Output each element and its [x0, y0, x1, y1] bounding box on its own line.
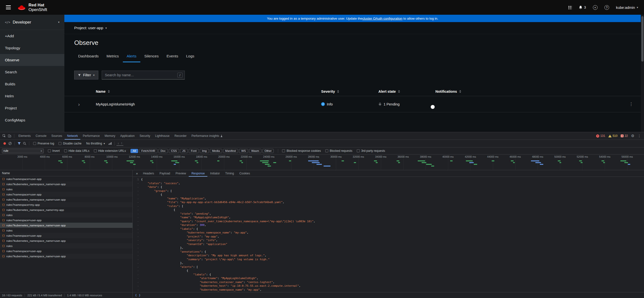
- devtools-tab-console[interactable]: Console: [33, 132, 49, 140]
- hide-extension-urls-checkbox[interactable]: Hide extension URLs: [94, 149, 126, 152]
- user-menu[interactable]: kube:admin ▾: [616, 5, 638, 9]
- tab-logs[interactable]: Logs: [182, 51, 198, 62]
- filter-type-ws[interactable]: WS: [239, 149, 248, 153]
- devtools-tab-performance[interactable]: Performance: [80, 132, 102, 140]
- filter-type-css[interactable]: CSS: [169, 149, 179, 153]
- record-network-log-button[interactable]: [4, 142, 6, 145]
- filter-type-font[interactable]: Font: [189, 149, 199, 153]
- request-row[interactable]: {}rules: [0, 243, 132, 248]
- devtools-tab-elements[interactable]: Elements: [16, 132, 33, 140]
- devtools-menu-icon[interactable]: ⋮: [638, 134, 641, 138]
- page-scrollbar[interactable]: [641, 15, 644, 132]
- sidebar-item-observe[interactable]: Observe: [0, 54, 64, 66]
- devtools-tab-application[interactable]: Application: [118, 132, 137, 140]
- request-row[interactable]: {}rules: [0, 212, 132, 218]
- quick-create-icon[interactable]: +: [593, 5, 598, 10]
- request-row[interactable]: {}rules?namespace=user-app: [0, 233, 132, 238]
- disable-cache-checkbox[interactable]: Disable cache: [58, 142, 81, 145]
- request-row[interactable]: {}rules?kubernetes_namespace_name=user-a…: [0, 238, 132, 243]
- network-overview-timeline[interactable]: 2000 ms4000 ms6000 ms8000 ms10000 ms1200…: [0, 154, 644, 170]
- request-row[interactable]: {}rules?kubernetes_namespace_name=my-app: [0, 207, 132, 212]
- console-warning-badge[interactable]: 510: [608, 134, 618, 138]
- blocked-cookies-checkbox[interactable]: Blocked response cookies: [282, 149, 321, 152]
- network-search-icon[interactable]: [22, 141, 27, 146]
- response-tab-cookies[interactable]: Cookies: [236, 170, 252, 177]
- invert-checkbox[interactable]: Invert: [48, 149, 60, 152]
- tab-metrics[interactable]: Metrics: [103, 51, 123, 62]
- network-filter-input[interactable]: rule ×: [2, 149, 44, 153]
- tab-events[interactable]: Events: [163, 51, 182, 62]
- sort-icon[interactable]: [337, 90, 339, 93]
- kebab-menu-button[interactable]: ⋮: [629, 102, 633, 106]
- filter-type-other[interactable]: Other: [262, 149, 274, 153]
- third-party-checkbox[interactable]: 3rd-party requests: [357, 149, 385, 152]
- brand-logo[interactable]: Red Hat OpenShift: [17, 3, 47, 12]
- request-row[interactable]: {}rules?namespace=user-app: [0, 176, 132, 181]
- throttling-select[interactable]: No throttling ▾: [86, 142, 105, 145]
- filter-type-doc[interactable]: Doc: [158, 149, 168, 153]
- devtools-tab-network[interactable]: Network: [64, 132, 80, 140]
- import-har-icon[interactable]: ↓: [116, 142, 120, 146]
- request-row[interactable]: {}rules: [0, 187, 132, 192]
- scrollbar-thumb[interactable]: [641, 16, 644, 62]
- clear-filter-icon[interactable]: ×: [40, 149, 42, 152]
- filter-type-js[interactable]: JS: [180, 149, 188, 153]
- sidebar-item-add[interactable]: +Add: [0, 30, 64, 42]
- filter-type-manifest[interactable]: Manifest: [223, 149, 238, 153]
- devtools-tab-memory[interactable]: Memory: [102, 132, 118, 140]
- response-tab-payload[interactable]: Payload: [157, 170, 173, 177]
- filter-type-img[interactable]: Img: [200, 149, 209, 153]
- expand-row-button[interactable]: ›: [78, 102, 80, 107]
- help-icon[interactable]: ?: [604, 5, 609, 10]
- blocked-requests-checkbox[interactable]: Blocked requests: [325, 149, 352, 152]
- sidebar-item-helm[interactable]: Helm: [0, 90, 64, 102]
- nav-toggle-button[interactable]: [6, 5, 11, 9]
- filter-type-media[interactable]: Media: [210, 149, 222, 153]
- request-row[interactable]: {}rules?namespace=my-app: [0, 202, 132, 207]
- devtools-tab-sources[interactable]: Sources: [49, 132, 64, 140]
- request-row[interactable]: {}rules?kubernetes_namespace_name=user-a…: [0, 197, 132, 202]
- request-row[interactable]: {}rules: [0, 228, 132, 233]
- filter-type-fetch-xhr[interactable]: Fetch/XHR: [139, 149, 157, 153]
- sidebar-item-configmaps[interactable]: ConfigMaps: [0, 114, 64, 126]
- filter-toggle-icon[interactable]: [16, 141, 22, 146]
- network-conditions-icon[interactable]: [107, 141, 113, 146]
- response-tab-headers[interactable]: Headers: [140, 170, 157, 177]
- request-row[interactable]: {}rules?namespace=user-app: [0, 218, 132, 223]
- inspect-element-icon[interactable]: [2, 133, 7, 139]
- alert-name-link[interactable]: MyAppLogVolumeIsHigh: [96, 102, 135, 106]
- project-selector[interactable]: Project: user-app ▾: [74, 26, 107, 30]
- devtools-tab-security[interactable]: Security: [137, 132, 152, 140]
- sort-icon[interactable]: [459, 90, 461, 93]
- tab-dashboards[interactable]: Dashboards: [74, 51, 103, 62]
- devtools-tab-recorder[interactable]: Recorder: [172, 132, 189, 140]
- perspective-switcher[interactable]: </> Developer ▾: [0, 15, 64, 30]
- request-row[interactable]: {}rules?kubernetes_namespace_name=user-a…: [0, 254, 132, 259]
- response-tab-preview[interactable]: Preview: [173, 170, 189, 177]
- clear-network-log-button[interactable]: [7, 141, 13, 146]
- preserve-log-checkbox[interactable]: Preserve log: [33, 142, 54, 145]
- hide-data-urls-checkbox[interactable]: Hide data URLs: [64, 149, 90, 152]
- notifications-bell-button[interactable]: 3: [579, 5, 586, 9]
- device-toolbar-icon[interactable]: [7, 133, 12, 139]
- request-row[interactable]: {}rules?namespace=user-app: [0, 248, 132, 254]
- issues-badge[interactable]: ! 22: [621, 134, 628, 138]
- response-body-viewer[interactable]: 1{- "status": "success",- "data": {- "gr…: [133, 177, 644, 292]
- devtools-tab-lighthouse[interactable]: Lighthouse: [152, 132, 172, 140]
- sort-icon[interactable]: [108, 90, 110, 93]
- response-tab-response[interactable]: Response: [189, 170, 208, 177]
- devtools-tab-performance-insights[interactable]: Performance insights: [189, 132, 225, 140]
- request-row[interactable]: {}rules?kubernetes_namespace_name=user-a…: [0, 223, 132, 228]
- request-row[interactable]: {}rules?kubernetes_namespace_name=user-a…: [0, 181, 132, 187]
- console-error-badge[interactable]: × 131: [596, 134, 605, 138]
- app-launcher-icon[interactable]: [568, 6, 572, 9]
- response-tab-timing[interactable]: Timing: [222, 170, 237, 177]
- sidebar-item-topology[interactable]: Topology: [0, 42, 64, 54]
- tab-silences[interactable]: Silences: [140, 51, 163, 62]
- search-input[interactable]: Search by name... /: [102, 71, 185, 79]
- oauth-config-link[interactable]: cluster OAuth configuration: [362, 17, 402, 20]
- request-row[interactable]: {}rules?namespace=user-app: [0, 192, 132, 197]
- sidebar-item-search[interactable]: Search: [0, 66, 64, 78]
- filter-button[interactable]: Filter ▾: [74, 71, 98, 79]
- tab-alerts[interactable]: Alerts: [123, 51, 140, 62]
